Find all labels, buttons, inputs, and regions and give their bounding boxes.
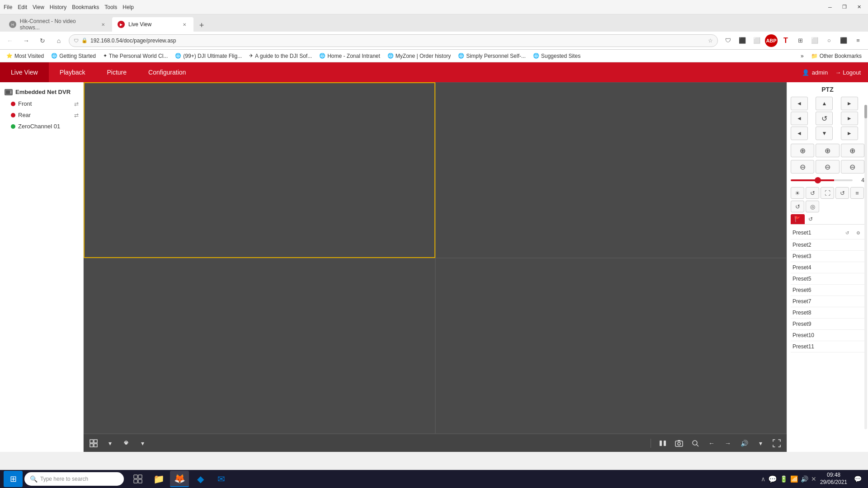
- bookmark-zonal[interactable]: 🌐 Home - Zonal Intranet: [316, 52, 383, 60]
- ptz-rotate-btn[interactable]: ↺: [791, 201, 804, 212]
- ptz-fullscreen-btn[interactable]: ⛶: [821, 187, 834, 199]
- ptz-wiper-btn[interactable]: ↺: [806, 187, 819, 199]
- ptz-left-down[interactable]: ◄: [791, 127, 808, 140]
- forward-button[interactable]: →: [20, 34, 33, 47]
- ptz-light-btn[interactable]: ☀: [791, 187, 804, 199]
- menu-tools[interactable]: Tools: [104, 4, 117, 10]
- network-icon[interactable]: 📶: [790, 475, 798, 483]
- preset-item-7[interactable]: Preset7: [791, 296, 864, 307]
- preset-item-3[interactable]: Preset3: [791, 251, 864, 262]
- video-cell-4[interactable]: [435, 258, 787, 434]
- taskbar-notify-button[interactable]: 💬: [851, 471, 864, 487]
- preset-item-8[interactable]: Preset8: [791, 307, 864, 319]
- video-cell-2[interactable]: [435, 82, 787, 258]
- reload-button[interactable]: ↻: [36, 34, 49, 47]
- logout-button[interactable]: → Logout: [835, 69, 861, 76]
- browser-tab-1[interactable]: H Hik-Connect - No video shows... ✕: [4, 17, 112, 32]
- stream-dropdown-button[interactable]: ▾: [136, 437, 149, 450]
- home-button[interactable]: ⌂: [52, 34, 65, 47]
- volume-dropdown-button[interactable]: ▾: [754, 437, 767, 450]
- grid-ext-button[interactable]: ⊞: [794, 34, 807, 47]
- bookmark-getting-started[interactable]: 🌐 Getting Started: [48, 52, 99, 60]
- ptz-tab-preset[interactable]: 🚩: [791, 214, 805, 224]
- browser-menu-button[interactable]: ≡: [852, 34, 864, 47]
- cross-icon[interactable]: ✕: [811, 475, 816, 483]
- ptz-target-btn[interactable]: ◎: [806, 201, 819, 212]
- fullscreen-button[interactable]: [770, 437, 783, 450]
- preset-item-9[interactable]: Preset9: [791, 319, 864, 330]
- ptz-focus-far[interactable]: ⊖: [816, 160, 839, 174]
- snapshot-button[interactable]: [673, 437, 685, 450]
- search-ext-button[interactable]: ○: [823, 34, 835, 47]
- video-cell-3[interactable]: [84, 258, 435, 434]
- menu-history[interactable]: History: [50, 4, 66, 10]
- ptz-auto[interactable]: ↺: [816, 112, 833, 125]
- preset-item-11[interactable]: Preset11: [791, 341, 864, 352]
- taskbar-search-box[interactable]: 🔍 Type here to search: [24, 472, 124, 486]
- prev-button[interactable]: ←: [705, 437, 718, 450]
- bookmark-star[interactable]: ☆: [708, 38, 713, 44]
- preset-settings-1[interactable]: ⚙: [854, 229, 863, 237]
- tab-close-2[interactable]: ✕: [181, 21, 188, 28]
- ptz-zoom-out[interactable]: ⊖: [791, 160, 814, 174]
- ptz-left-up[interactable]: ◄: [791, 97, 808, 110]
- ptz-zoom-in[interactable]: ⊕: [791, 144, 814, 157]
- start-stop-button[interactable]: [656, 437, 669, 450]
- ptz-focus-near[interactable]: ⊕: [816, 144, 839, 157]
- other-ext-2[interactable]: ⬛: [837, 34, 850, 47]
- taskbar-files[interactable]: 📁: [149, 471, 168, 487]
- adblock-button[interactable]: ABP: [765, 34, 778, 47]
- containers-button[interactable]: ⬛: [736, 34, 749, 47]
- menu-file[interactable]: File: [4, 4, 12, 10]
- layout-button[interactable]: [87, 437, 100, 450]
- preset-item-6[interactable]: Preset6: [791, 285, 864, 296]
- address-bar[interactable]: 🛡 🔒 192.168.0.54/doc/page/preview.asp ☆: [69, 34, 718, 47]
- bookmark-dji-guide[interactable]: ✈ A guide to the DJI Sof...: [246, 52, 315, 60]
- ptz-speed-slider[interactable]: [791, 179, 853, 181]
- maximize-button[interactable]: ❐: [839, 3, 850, 12]
- bookmark-myzone[interactable]: 🌐 MyZone | Order history: [385, 52, 453, 60]
- ptz-iris-open[interactable]: ⊕: [841, 144, 864, 157]
- ptz-up[interactable]: ▲: [816, 97, 833, 110]
- nav-playback[interactable]: Playback: [49, 62, 96, 82]
- ptz-right[interactable]: ►: [841, 112, 858, 125]
- ptz-right-up[interactable]: ►: [841, 97, 858, 110]
- ptz-down[interactable]: ▼: [816, 127, 833, 140]
- taskbar-firefox[interactable]: 🦊: [170, 471, 189, 487]
- menu-bookmarks[interactable]: Bookmarks: [72, 4, 99, 10]
- preset-item-5[interactable]: Preset5: [791, 273, 864, 285]
- volume-button[interactable]: 🔊: [738, 437, 750, 450]
- bookmark-dji-ult[interactable]: 🌐 (99+) DJI Ultimate Flig...: [172, 52, 245, 60]
- close-button[interactable]: ✕: [854, 3, 864, 12]
- chat-icon[interactable]: 💬: [768, 475, 777, 483]
- taskbar-clock[interactable]: 09:48 29/06/2021: [820, 472, 847, 486]
- tab-close-1[interactable]: ✕: [99, 21, 107, 28]
- minimize-button[interactable]: ─: [825, 3, 835, 12]
- nav-live-view[interactable]: Live View: [0, 62, 49, 82]
- start-button[interactable]: ⊞: [4, 471, 23, 487]
- menu-help[interactable]: Help: [123, 4, 134, 10]
- taskbar-vscode[interactable]: ◆: [191, 471, 210, 487]
- preset-item-4[interactable]: Preset4: [791, 262, 864, 273]
- ptz-menu-btn[interactable]: ≡: [850, 187, 864, 199]
- sidebar-channel-front[interactable]: Front ⇄: [0, 98, 83, 109]
- translate-button[interactable]: T: [779, 34, 792, 47]
- ptz-collapse-button[interactable]: ‹: [787, 258, 787, 276]
- ptz-iris-close[interactable]: ⊖: [841, 160, 864, 174]
- other-ext-1[interactable]: ⬜: [808, 34, 821, 47]
- preset-item-2[interactable]: Preset2: [791, 239, 864, 251]
- battery-icon[interactable]: 🔋: [780, 475, 788, 483]
- sidebar-channel-rear[interactable]: Rear ⇄: [0, 109, 83, 121]
- ptz-scrollbar[interactable]: [864, 105, 867, 429]
- volume-sys-icon[interactable]: 🔊: [801, 475, 808, 483]
- bookmark-simply[interactable]: 🌐 Simply Personnel Self-...: [455, 52, 528, 60]
- bookmarks-more-button[interactable]: »: [798, 52, 807, 60]
- nav-configuration[interactable]: Configuration: [137, 62, 197, 82]
- browser-tab-2[interactable]: ▶ Live View ✕: [112, 17, 193, 32]
- preset-item-1[interactable]: Preset1 ↺ ⚙: [791, 226, 864, 239]
- channel-config-front[interactable]: ⇄: [74, 101, 79, 107]
- layout-dropdown-button[interactable]: ▾: [104, 437, 116, 450]
- ptz-right-down[interactable]: ►: [841, 127, 858, 140]
- shield-ext-button[interactable]: 🛡: [722, 34, 734, 47]
- nav-picture[interactable]: Picture: [96, 62, 137, 82]
